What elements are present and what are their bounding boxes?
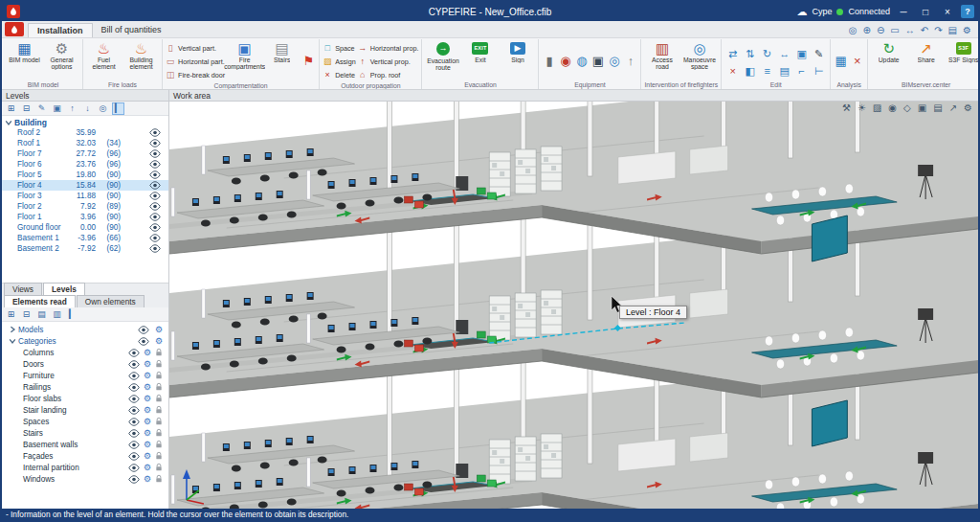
tab-views[interactable]: Views (4, 283, 42, 295)
tab-own-elements[interactable]: Own elements (77, 295, 145, 307)
category-row-windows[interactable]: Windows⚙ (2, 473, 168, 485)
textures-icon[interactable]: ▨ (873, 103, 881, 113)
update-button[interactable]: ↻Update (871, 40, 906, 63)
bim-model-button[interactable]: ▦BIM model (7, 40, 42, 63)
lock-icon[interactable] (155, 474, 163, 484)
signal-mast-button[interactable]: ↑ (623, 48, 637, 73)
gear-icon[interactable]: ⚙ (144, 441, 151, 449)
search-icon[interactable]: ◎ (849, 26, 858, 35)
level-row-floor-7[interactable]: Floor 727.72(96) (2, 148, 168, 159)
chevron-right-icon[interactable] (9, 326, 16, 333)
visibility-eye-icon[interactable] (138, 337, 149, 346)
level-row-basement-1[interactable]: Basement 1-3.96(66) (2, 233, 168, 243)
trim-tool-button[interactable]: ◧ (742, 63, 758, 79)
visibility-eye-icon[interactable] (128, 383, 140, 392)
gear-icon[interactable]: ⚙ (144, 452, 151, 461)
level-row-roof-1[interactable]: Roof 132.03(34) (2, 138, 168, 148)
exit-button[interactable]: EXITExit (462, 40, 498, 63)
chevron-down-icon[interactable] (9, 337, 16, 345)
stairs-flag-button[interactable]: ⚑ (301, 48, 316, 73)
visibility-icon[interactable]: ◉ (888, 103, 897, 113)
camera-icon[interactable]: ▣ (918, 103, 926, 113)
tab-installation[interactable]: Installation (28, 23, 93, 37)
analysis-errors-button[interactable]: × (850, 48, 864, 73)
section-view-icon[interactable]: ▎ (112, 102, 124, 115)
lock-icon[interactable] (155, 451, 163, 461)
zoom-in-icon[interactable]: ⊕ (863, 26, 871, 35)
category-row-internal-partition[interactable]: Internal partition⚙ (2, 462, 168, 473)
level-row-floor-6[interactable]: Floor 623.76(96) (2, 159, 168, 170)
minimize-button[interactable]: ─ (895, 4, 912, 19)
visibility-eye-icon[interactable] (149, 160, 161, 169)
align-tool-button[interactable]: ≡ (759, 63, 775, 79)
delete-tool-button[interactable]: × (724, 63, 741, 79)
hide-all-icon[interactable]: ▥ (51, 308, 63, 321)
visibility-eye-icon[interactable] (128, 395, 140, 403)
delete-button[interactable]: ×Delete (323, 69, 356, 81)
visibility-eye-icon[interactable] (128, 372, 140, 380)
manoeuvre-space-button[interactable]: ◎Manoeuvre space (681, 40, 717, 70)
show-all-icon[interactable]: ▤ (35, 308, 48, 321)
prop-roof-button[interactable]: ⌂Prop. roof (358, 69, 419, 81)
building-element-button[interactable]: ♨Building element (123, 40, 159, 70)
category-row-fa-ades[interactable]: Façades⚙ (2, 450, 168, 462)
print-icon[interactable]: ▤ (933, 103, 942, 113)
gear-icon[interactable]: ⚙ (144, 360, 151, 369)
dimension-tool-button[interactable]: ⊢ (811, 63, 827, 79)
s3f-signs-button[interactable]: S3FS3F Signs (946, 40, 978, 63)
mirror-tool-button[interactable]: ↔ (776, 46, 792, 62)
level-row-floor-1[interactable]: Floor 13.96(90) (2, 212, 168, 222)
dry-riser-button[interactable]: ▮ (542, 48, 556, 73)
level-row-floor-4[interactable]: Floor 415.84(90) (2, 180, 168, 191)
chevron-down-icon[interactable] (5, 119, 12, 126)
tab-bill-of-quantities[interactable]: Bill of quantities (93, 23, 170, 37)
visibility-eye-icon[interactable] (128, 464, 140, 472)
category-row-columns[interactable]: Columns⚙ (2, 347, 168, 358)
building-node[interactable]: Building (2, 117, 168, 127)
gear-icon[interactable]: ⚙ (155, 337, 163, 346)
pan-icon[interactable]: ↔ (905, 26, 915, 35)
delete-level-icon[interactable]: ⊟ (20, 102, 33, 115)
category-row-floor-slabs[interactable]: Floor slabs⚙ (2, 393, 168, 404)
app-menu-button[interactable] (5, 22, 24, 36)
visibility-eye-icon[interactable] (128, 441, 140, 449)
evacuation-route-button[interactable]: →Evacuation route (425, 40, 460, 71)
expand-all-icon[interactable]: ⊞ (5, 308, 17, 321)
visibility-eye-icon[interactable] (149, 223, 161, 232)
maximize-button[interactable]: □ (917, 4, 934, 19)
fire-compartments-button[interactable]: ▣Fire compartments (227, 40, 262, 70)
tools-icon[interactable]: ⚒ (842, 103, 851, 113)
category-row-basement-walls[interactable]: Basement walls⚙ (2, 439, 168, 450)
gear-icon[interactable]: ⚙ (144, 418, 151, 426)
undo-icon[interactable]: ↶ (921, 26, 928, 35)
visibility-eye-icon[interactable] (128, 418, 140, 426)
lock-icon[interactable] (155, 440, 163, 449)
edit-level-icon[interactable]: ✎ (35, 102, 48, 115)
stairs-button[interactable]: ▤Stairs (264, 40, 300, 63)
general-options-button[interactable]: ⚙General options (44, 40, 79, 70)
coverage-area-button[interactable]: ◎ (607, 48, 621, 73)
visibility-eye-icon[interactable] (149, 213, 161, 221)
assign-button[interactable]: ▨Assign (323, 56, 356, 68)
sun-icon[interactable]: ☀ (858, 103, 866, 113)
lock-icon[interactable] (155, 371, 163, 380)
measure-tool-button[interactable]: ⌐ (793, 63, 810, 79)
lock-icon[interactable] (155, 405, 163, 415)
tab-levels[interactable]: Levels (43, 283, 85, 295)
move-up-icon[interactable]: ↑ (66, 102, 78, 115)
zoom-window-icon[interactable]: ▭ (890, 26, 899, 35)
help-button[interactable]: ? (961, 5, 974, 18)
category-row-stairs[interactable]: Stairs⚙ (2, 427, 168, 439)
add-level-icon[interactable]: ⊞ (5, 102, 17, 115)
perspective-icon[interactable]: ◇ (903, 103, 911, 113)
visibility-eye-icon[interactable] (128, 360, 140, 369)
vertical-partition-button[interactable]: ▯Vertical part. (166, 42, 225, 55)
viewport-3d[interactable]: ⚒☀▨◉◇▣▤↗⚙ (169, 102, 978, 509)
fire-break-door-button[interactable]: ◫Fire-break door (166, 69, 225, 81)
fire-pump-button[interactable]: ◍ (574, 48, 589, 73)
lock-icon[interactable] (155, 359, 163, 369)
visibility-eye-icon[interactable] (149, 244, 161, 253)
visibility-eye-icon[interactable] (128, 349, 140, 357)
category-row-spaces[interactable]: Spaces⚙ (2, 416, 168, 427)
views-icon[interactable]: ▤ (948, 26, 957, 35)
